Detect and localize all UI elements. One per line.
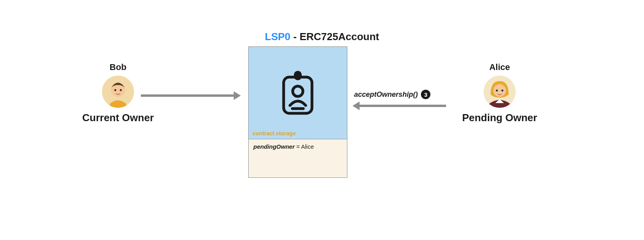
contract-box: contract storage pendingOwner = Alice bbox=[248, 46, 347, 178]
call-text: acceptOwnership() bbox=[354, 90, 418, 99]
contract-icon-area: contract storage bbox=[249, 47, 347, 139]
title-suffix: - ERC725Account bbox=[290, 31, 379, 42]
storage-label: contract storage bbox=[253, 130, 296, 137]
svg-point-11 bbox=[502, 90, 504, 92]
svg-point-10 bbox=[496, 90, 498, 92]
arrow-alice-to-contract bbox=[359, 105, 446, 107]
avatar-bob bbox=[102, 76, 134, 108]
svg-point-2 bbox=[293, 86, 303, 96]
pending-owner-value: Alice bbox=[301, 143, 314, 150]
avatar-alice bbox=[483, 76, 516, 108]
title-prefix: LSP0 bbox=[265, 31, 290, 42]
pending-owner-equals: = bbox=[295, 143, 301, 150]
actor-name-bob: Bob bbox=[110, 62, 127, 72]
step-badge: 3 bbox=[421, 90, 430, 99]
contract-storage-row: pendingOwner = Alice bbox=[249, 139, 347, 177]
svg-rect-1 bbox=[294, 71, 302, 80]
svg-point-7 bbox=[120, 89, 122, 91]
svg-point-6 bbox=[114, 89, 116, 91]
diagram-title: LSP0 - ERC725Account bbox=[265, 31, 379, 43]
call-label: acceptOwnership() 3 bbox=[354, 90, 430, 99]
actor-role-alice: Pending Owner bbox=[462, 112, 537, 124]
arrow-bob-to-contract bbox=[141, 94, 234, 97]
actor-alice: Alice Pending Owner bbox=[456, 62, 543, 124]
actor-name-alice: Alice bbox=[489, 62, 510, 72]
id-card-icon bbox=[279, 69, 317, 116]
pending-owner-key: pendingOwner bbox=[253, 143, 295, 150]
actor-bob: Bob Current Owner bbox=[79, 62, 157, 124]
avatar-bob-icon bbox=[102, 76, 134, 108]
avatar-alice-icon bbox=[483, 76, 516, 108]
actor-role-bob: Current Owner bbox=[82, 112, 154, 124]
